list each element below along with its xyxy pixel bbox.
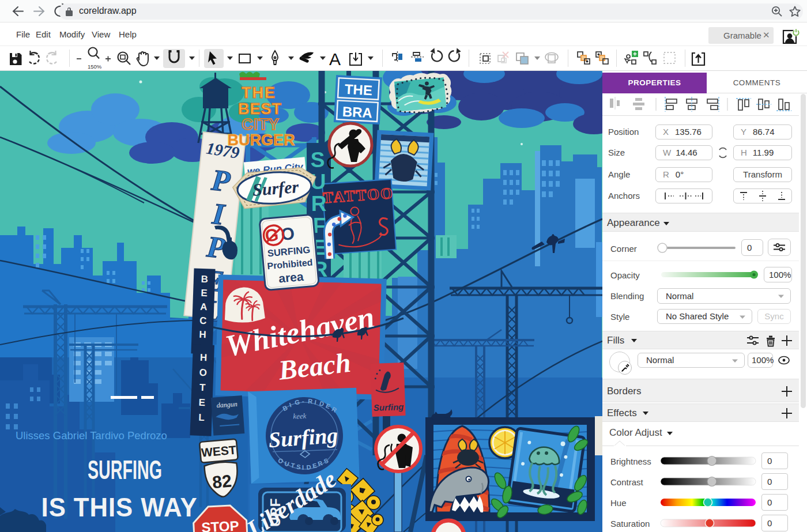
svg-text:CITY: CITY <box>242 116 280 133</box>
svg-text:82: 82 <box>212 471 232 492</box>
svg-text:Surfer: Surfer <box>252 177 299 199</box>
svg-text:S: S <box>311 148 325 172</box>
svg-text:keek: keek <box>293 412 307 421</box>
svg-text:SURFING: SURFING <box>88 455 162 485</box>
svg-text:BRA: BRA <box>342 104 372 121</box>
svg-text:Surfing: Surfing <box>267 423 338 452</box>
svg-text:STOP: STOP <box>201 518 239 532</box>
svg-text:R: R <box>308 398 313 405</box>
svg-text:area: area <box>278 270 304 285</box>
svg-text:E: E <box>198 397 205 408</box>
svg-text:L: L <box>198 412 205 423</box>
svg-text:B: B <box>201 274 208 285</box>
svg-text:dangun: dangun <box>216 400 237 409</box>
svg-text:THE: THE <box>344 81 372 98</box>
svg-text:C: C <box>199 315 207 326</box>
svg-text:150%: 150% <box>88 63 102 70</box>
svg-text:R: R <box>311 192 327 216</box>
svg-text:THE: THE <box>242 84 276 101</box>
svg-text:A: A <box>329 50 341 69</box>
svg-text:D: D <box>306 463 311 471</box>
svg-text:Ulisses Gabriel Tardivo Pedroz: Ulisses Gabriel Tardivo Pedrozo <box>16 429 167 442</box>
svg-text:H: H <box>200 352 208 363</box>
svg-text:I: I <box>302 464 304 471</box>
svg-text:H: H <box>199 329 206 340</box>
svg-text:IS THIS WAY: IS THIS WAY <box>42 492 198 523</box>
svg-text:E: E <box>201 288 208 299</box>
svg-text:T: T <box>199 382 206 393</box>
svg-text:Surfing: Surfing <box>374 402 404 413</box>
svg-text:O: O <box>199 367 207 378</box>
svg-text:S: S <box>296 463 301 470</box>
svg-text:BURGER: BURGER <box>227 131 295 149</box>
svg-text:BEST: BEST <box>238 100 282 118</box>
svg-text:A: A <box>200 301 208 312</box>
